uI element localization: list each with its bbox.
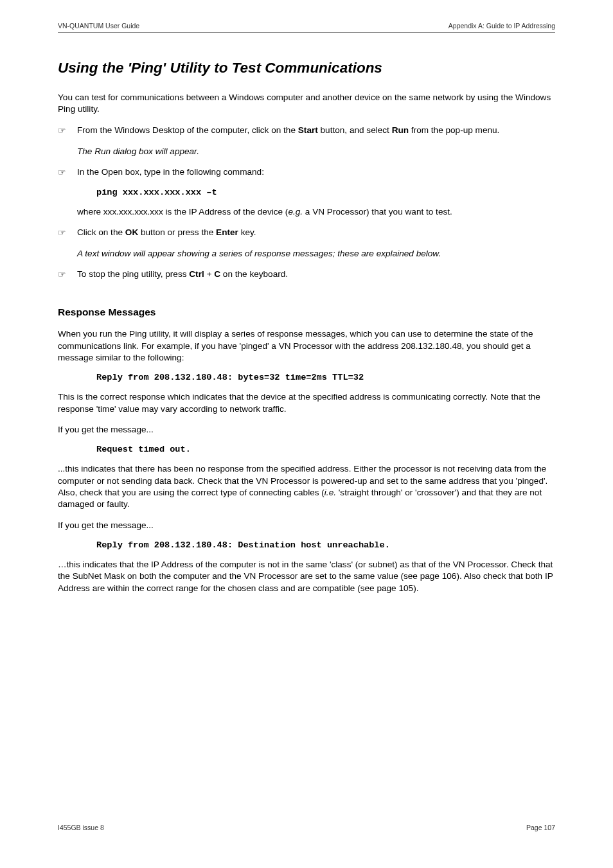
document-page: VN-QUANTUM User Guide Appendix A: Guide … bbox=[0, 0, 613, 857]
header-left: VN-QUANTUM User Guide bbox=[58, 22, 139, 30]
step-1: ☞ From the Windows Desktop of the comput… bbox=[58, 125, 555, 137]
header-rule bbox=[58, 32, 555, 33]
text: on the keyboard. bbox=[220, 269, 288, 279]
footer-left: I455GB issue 8 bbox=[58, 824, 104, 831]
step-2-body: In the Open box, type in the following c… bbox=[77, 166, 555, 179]
step-3-result: A text window will appear showing a seri… bbox=[77, 248, 555, 260]
page-footer: I455GB issue 8 Page 107 bbox=[58, 824, 555, 831]
bold-run: Run bbox=[392, 125, 409, 135]
pointer-icon: ☞ bbox=[58, 125, 69, 137]
footer-right: Page 107 bbox=[526, 824, 555, 831]
step-1-body: From the Windows Desktop of the computer… bbox=[77, 125, 555, 137]
page-title: Using the 'Ping' Utility to Test Communi… bbox=[58, 60, 555, 76]
bold-ok: OK bbox=[125, 227, 138, 237]
page-header: VN-QUANTUM User Guide Appendix A: Guide … bbox=[58, 22, 555, 30]
text: From the Windows Desktop of the computer… bbox=[77, 125, 298, 135]
step-2: ☞ In the Open box, type in the following… bbox=[58, 166, 555, 179]
step-1-result: The Run dialog box will appear. bbox=[77, 146, 555, 157]
text: To stop the ping utility, press bbox=[77, 269, 189, 279]
intro-paragraph: You can test for communications between … bbox=[58, 92, 555, 116]
pointer-icon: ☞ bbox=[58, 227, 69, 239]
text: + bbox=[204, 269, 215, 279]
text: Click on the bbox=[77, 227, 125, 237]
response-correct-para: This is the correct response which indic… bbox=[58, 391, 555, 415]
bold-enter: Enter bbox=[216, 227, 238, 237]
eg: e.g. bbox=[288, 207, 303, 217]
text: key. bbox=[238, 227, 256, 237]
where-clause: where xxx.xxx.xxx.xxx is the IP Address … bbox=[77, 206, 555, 218]
timed-out-para: ...this indicates that there has been no… bbox=[58, 463, 555, 510]
text: a VN Processor) that you want to test. bbox=[303, 207, 452, 217]
text: from the pop-up menu. bbox=[409, 125, 499, 135]
ie: i.e. bbox=[324, 488, 336, 497]
reply-ok-output: Reply from 208.132.180.48: bytes=32 time… bbox=[96, 373, 555, 382]
ping-command: ping xxx.xxx.xxx.xxx –t bbox=[96, 188, 555, 197]
bold-ctrl: Ctrl bbox=[189, 269, 204, 279]
step-3: ☞ Click on the OK button or press the En… bbox=[58, 227, 555, 239]
step-4-body: To stop the ping utility, press Ctrl + C… bbox=[77, 269, 555, 281]
request-timed-out-output: Request timed out. bbox=[96, 445, 555, 454]
if-message-2: If you get the message... bbox=[58, 520, 555, 531]
text: button or press the bbox=[138, 227, 216, 237]
text: where xxx.xxx.xxx.xxx is the IP Address … bbox=[77, 207, 288, 217]
step-4: ☞ To stop the ping utility, press Ctrl +… bbox=[58, 269, 555, 281]
reply-unreachable-output: Reply from 208.132.180.48: Destination h… bbox=[96, 540, 555, 550]
step-3-body: Click on the OK button or press the Ente… bbox=[77, 227, 555, 239]
pointer-icon: ☞ bbox=[58, 166, 69, 179]
header-right: Appendix A: Guide to IP Addressing bbox=[449, 22, 555, 30]
response-intro: When you run the Ping utility, it will d… bbox=[58, 328, 555, 364]
pointer-icon: ☞ bbox=[58, 269, 69, 281]
if-message-1: If you get the message... bbox=[58, 424, 555, 436]
bold-start: Start bbox=[298, 125, 318, 135]
response-heading: Response Messages bbox=[58, 306, 555, 318]
text: button, and select bbox=[318, 125, 392, 135]
bold-c: C bbox=[214, 269, 220, 279]
footer-spacer bbox=[58, 603, 555, 798]
unreachable-para: …this indicates that the IP Address of t… bbox=[58, 559, 555, 594]
